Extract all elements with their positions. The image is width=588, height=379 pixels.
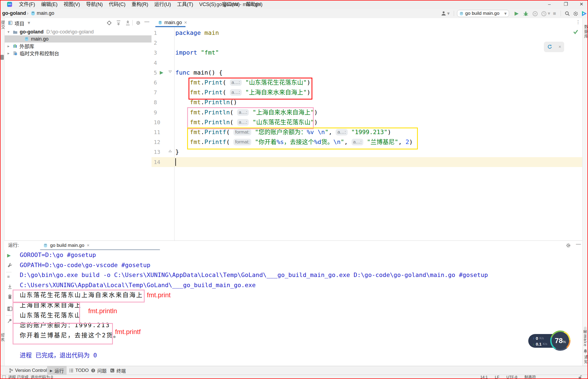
locate-file-icon[interactable]	[107, 20, 112, 26]
chevron-right-icon[interactable]: ▸	[6, 51, 11, 55]
run-main-gutter-icon[interactable]: ▶	[160, 70, 163, 75]
stop-button[interactable]: ■	[553, 10, 556, 17]
project-view-dropdown-icon[interactable]: ▾	[28, 20, 30, 26]
upload-speed-value: 0	[536, 336, 538, 341]
restore-button[interactable]: ❐	[560, 0, 572, 9]
clear-all-trash-icon[interactable]	[7, 294, 14, 301]
wrench-settings-icon[interactable]	[7, 262, 14, 269]
user-account-icon[interactable]	[441, 10, 447, 16]
run-configuration-value: go build main.go	[465, 11, 499, 16]
menu-item[interactable]: 导航(N)	[83, 0, 106, 9]
tab-close-icon[interactable]: ×	[184, 20, 187, 26]
stripe-database-tab[interactable]: 数据库	[583, 25, 588, 39]
dismiss-icon[interactable]: ×	[558, 44, 561, 49]
breadcrumb-file[interactable]: main.go	[37, 10, 54, 16]
collapse-all-icon[interactable]	[125, 20, 130, 26]
line-number: 9	[154, 108, 165, 117]
console-line: GOPATH=D:\go-code\go-vscode #gosetup	[20, 260, 150, 270]
console-line: D:\go\bin\go.exe build -o C:\Users\XUNIN…	[20, 270, 488, 280]
toolbar-item-label: 终端	[116, 367, 126, 374]
search-everywhere-icon[interactable]	[564, 11, 570, 17]
run-console[interactable]: ▶ ■ GOROOT=D:\go #gosetupGOPATH=D:\go-co…	[4, 250, 582, 366]
status-indicator[interactable]: 14:1	[480, 375, 488, 379]
arrow-up-icon: ↑	[533, 336, 535, 340]
tree-row-external-libraries[interactable]: ▸ 外部库	[5, 43, 152, 50]
hide-panel-icon[interactable]: —	[144, 19, 149, 24]
toolbar-terminal[interactable]: 终端	[107, 366, 129, 375]
minimize-button[interactable]: –	[543, 0, 555, 9]
breadcrumb-project[interactable]: go-goland	[2, 10, 26, 16]
line-number: 10	[154, 117, 165, 127]
menu-item[interactable]: 运行(U)	[151, 0, 174, 9]
menu-item[interactable]: VCS(S)	[196, 0, 219, 9]
fold-region-start-icon[interactable]	[168, 69, 172, 74]
toolbar-version-control[interactable]: Version Control	[6, 366, 50, 375]
current-line-highlight	[152, 157, 582, 167]
console-line: 山东落花生花落东山上海自来水来自海上	[20, 290, 143, 300]
go-config-icon	[459, 12, 464, 16]
toolbar-run[interactable]: ▶ 运行	[47, 366, 67, 375]
notification-bell-icon[interactable]	[583, 349, 588, 353]
gutter-separator	[174, 27, 175, 241]
line-number: 2	[154, 38, 165, 48]
scroll-to-end-icon[interactable]	[7, 284, 14, 291]
toolbar-separator	[561, 11, 561, 16]
tree-row-scratches[interactable]: ▸ 临时文件和控制台	[5, 50, 152, 57]
debug-button[interactable]	[523, 11, 529, 17]
console-settings-gear-icon[interactable]	[566, 243, 571, 248]
menu-item[interactable]: 重构(R)	[129, 0, 151, 9]
parameter-hint: a…:	[230, 89, 242, 96]
user-dropdown-icon[interactable]: ▾	[447, 10, 450, 16]
tree-row-project-root[interactable]: ▾ go-goland D:\go-code\go-goland	[5, 28, 152, 35]
restore-layout-icon[interactable]	[7, 306, 14, 313]
tree-row-main-go[interactable]: main.go	[5, 35, 152, 43]
fold-region-end-icon[interactable]	[168, 149, 172, 153]
toolwindow-toggle-icon[interactable]	[2, 375, 6, 379]
problems-icon	[91, 368, 95, 373]
menu-item[interactable]: 视图(V)	[61, 0, 83, 9]
tab-close-icon[interactable]: ×	[87, 243, 90, 248]
tab-options-dots-icon[interactable]: ⋮	[576, 19, 581, 25]
menu-item[interactable]: 工具(T)	[174, 0, 196, 9]
stripe-make-tab[interactable]: make	[583, 335, 588, 347]
settings-gear-icon[interactable]	[573, 11, 579, 17]
inspections-ok-check-icon[interactable]	[573, 29, 578, 34]
status-indicator[interactable]: LF	[495, 375, 499, 379]
chevron-down-icon[interactable]: ▾	[6, 30, 11, 34]
stripe-pinned-icon[interactable]	[1, 55, 4, 60]
expand-all-icon[interactable]	[116, 20, 121, 26]
run-with-coverage-button[interactable]	[532, 11, 538, 17]
menu-item[interactable]: 代码(C)	[106, 0, 129, 9]
refresh-icon[interactable]	[547, 44, 552, 50]
tool-window-bar: Version Control ▶ 运行 TODO 问题 终端	[0, 366, 588, 375]
rerun-icon[interactable]: ▶	[7, 253, 14, 259]
toolbar-problems[interactable]: 问题	[88, 366, 109, 375]
chevron-right-icon[interactable]: ▸	[6, 44, 11, 48]
hide-console-icon[interactable]: —	[576, 241, 581, 247]
profiler-dropdown-icon[interactable]: ▾	[548, 10, 550, 16]
stop-process-icon[interactable]: ■	[7, 274, 14, 281]
line-number: 14	[154, 157, 165, 167]
run-button[interactable]: ▶	[515, 10, 519, 17]
pin-tab-icon[interactable]	[7, 318, 14, 325]
status-indicator[interactable]: UTF-8	[506, 375, 517, 379]
panel-settings-gear-icon[interactable]	[136, 20, 141, 26]
status-indicator[interactable]: 制表符	[524, 375, 536, 379]
menu-item[interactable]: 文件(F)	[16, 0, 38, 9]
run-configuration-select[interactable]: go build main.go ▾	[457, 10, 509, 17]
stripe-notifications-tab[interactable]: 通知	[583, 355, 588, 364]
toolbar-todo[interactable]: TODO	[66, 366, 92, 375]
unlocked-padlock-icon[interactable]	[578, 375, 582, 379]
console-line: 您的账户余额为：1999.213	[20, 320, 110, 330]
close-button[interactable]: ✕	[575, 0, 587, 9]
menu-item[interactable]: 编辑(E)	[38, 0, 61, 9]
gauge-percent-sign: %	[563, 340, 566, 344]
download-speed-unit: K/s	[543, 342, 547, 346]
parameter-hint: format:	[233, 129, 251, 135]
project-panel-title[interactable]: 项目	[15, 20, 24, 27]
code-editor[interactable]: 1234567891011121314 ▶ package mainimport…	[152, 27, 582, 241]
run-panel-label: 运行:	[8, 241, 19, 250]
run-console-tab[interactable]: go build main.go ×	[40, 241, 93, 250]
jetbrains-colored-play-icon[interactable]	[581, 10, 587, 17]
profiler-button[interactable]	[541, 11, 547, 17]
